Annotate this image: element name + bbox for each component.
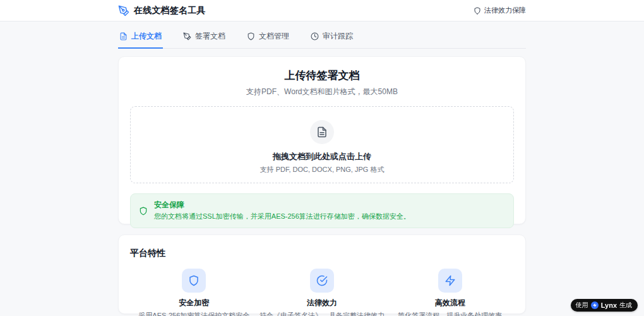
tab-upload-document[interactable]: 上传文档 (118, 27, 163, 49)
feature-title: 高效流程 (386, 298, 514, 308)
document-icon (310, 120, 334, 144)
dropzone-title: 拖拽文档到此处或点击上传 (131, 151, 513, 162)
tab-audit-trail[interactable]: 审计跟踪 (309, 27, 354, 49)
file-dropzone[interactable]: 拖拽文档到此处或点击上传 支持 PDF, DOC, DOCX, PNG, JPG… (130, 106, 514, 183)
tab-bar: 上传文档 签署文档 文档管理 (118, 27, 526, 49)
lightning-icon (438, 269, 462, 293)
tab-document-management[interactable]: 文档管理 (246, 27, 290, 49)
clock-icon (311, 32, 319, 40)
legal-guarantee-badge[interactable]: 法律效力保障 (474, 6, 526, 15)
feature-desc: 简化签署流程，提升业务处理效率 (386, 311, 514, 316)
shield-icon (182, 269, 206, 293)
lynx-generated-badge[interactable]: 使用 Lynx 生成 (571, 299, 638, 312)
tab-sign-document[interactable]: 签署文档 (182, 27, 227, 49)
lynx-logo-icon (591, 301, 599, 309)
app-title: 在线文档签名工具 (134, 5, 206, 16)
tab-label: 文档管理 (259, 31, 289, 42)
feature-desc: 采用AES-256加密算法保护文档安全 (130, 311, 258, 316)
pen-icon (183, 32, 191, 40)
shield-icon (139, 200, 148, 221)
security-notice: 安全保障 您的文档将通过SSL加密传输，并采用AES-256算法进行存储加密，确… (130, 193, 514, 228)
app-header: 在线文档签名工具 法律效力保障 (0, 0, 644, 21)
security-notice-desc: 您的文档将通过SSL加密传输，并采用AES-256算法进行存储加密，确保数据安全… (154, 212, 410, 221)
upload-subtitle: 支持PDF、Word文档和图片格式，最大50MB (130, 87, 514, 97)
shield-icon (474, 7, 481, 15)
feature-legal-validity: 法律效力 符合《电子签名法》，具备完整法律效力 (258, 269, 386, 316)
upload-title: 上传待签署文档 (130, 68, 514, 83)
legal-guarantee-label: 法律效力保障 (484, 6, 526, 15)
feature-efficient-process: 高效流程 简化签署流程，提升业务处理效率 (386, 269, 514, 316)
brand: 在线文档签名工具 (118, 5, 206, 16)
features-title: 平台特性 (130, 248, 514, 259)
lynx-badge-brand: Lynx (601, 301, 617, 309)
feature-title: 安全加密 (130, 298, 258, 308)
feature-secure-encryption: 安全加密 采用AES-256加密算法保护文档安全 (130, 269, 258, 316)
tab-label: 签署文档 (195, 31, 225, 42)
feature-desc: 符合《电子签名法》，具备完整法律效力 (258, 311, 386, 316)
feature-title: 法律效力 (258, 298, 386, 308)
check-circle-icon (310, 269, 334, 293)
upload-card: 上传待签署文档 支持PDF、Word文档和图片格式，最大50MB 拖拽文档到此处… (118, 56, 526, 224)
dropzone-hint: 支持 PDF, DOC, DOCX, PNG, JPG 格式 (131, 165, 513, 174)
security-notice-title: 安全保障 (154, 200, 410, 210)
tab-label: 审计跟踪 (323, 31, 353, 42)
file-icon (119, 32, 128, 40)
shield-icon (247, 32, 255, 40)
tab-label: 上传文档 (131, 31, 162, 42)
pen-nib-logo-icon (118, 5, 129, 16)
lynx-badge-suffix: 生成 (619, 301, 632, 310)
platform-features-card: 平台特性 安全加密 采用AES-256加密算法保护文档安全 法 (118, 234, 526, 314)
lynx-badge-prefix: 使用 (576, 301, 588, 310)
